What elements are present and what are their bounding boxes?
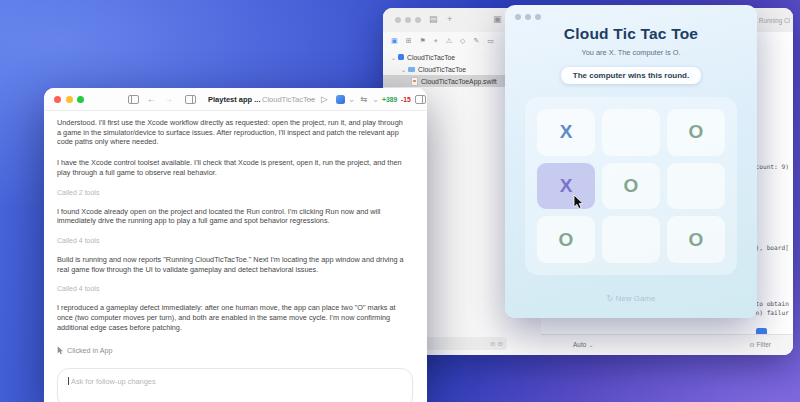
- bookmark-navigator-icon[interactable]: ⚑: [420, 37, 426, 45]
- minimize-icon[interactable]: [405, 17, 411, 23]
- tool-call-summary: Called 4 tools: [57, 285, 408, 292]
- board-cell-2-0[interactable]: O: [537, 216, 595, 263]
- project-navigator-icon[interactable]: ▣: [391, 37, 398, 45]
- mark-o: O: [689, 229, 704, 251]
- board-cell-0-2[interactable]: O: [667, 109, 725, 156]
- zoom-icon[interactable]: [415, 17, 421, 23]
- followup-input[interactable]: Ask for follow-up changes: [57, 368, 413, 402]
- mark-x: X: [560, 121, 573, 143]
- swift-file-icon: [411, 77, 418, 86]
- file-name: CloudTicTacToeApp.swift: [421, 78, 497, 85]
- game-subtitle: You are X. The computer is O.: [505, 48, 757, 57]
- project-icon: [398, 54, 404, 60]
- chevron-down-icon: ⌄: [588, 341, 593, 348]
- tab-overview-icon[interactable]: ▤: [429, 13, 438, 25]
- debug-navigator-icon[interactable]: ✎: [473, 37, 479, 45]
- chevron-down-icon[interactable]: ⌄: [372, 94, 379, 104]
- assistant-message: Understood. I'll first use the Xcode wor…: [57, 118, 408, 147]
- tictactoe-window[interactable]: Cloud Tic Tac Toe You are X. The compute…: [505, 5, 757, 318]
- forward-icon[interactable]: →: [164, 94, 173, 104]
- board-cell-1-1[interactable]: O: [602, 163, 660, 210]
- board-cell-2-1[interactable]: [602, 216, 660, 263]
- game-status-banner: The computer wins this round.: [561, 67, 701, 84]
- tool-call-summary: Called 4 tools: [57, 237, 408, 244]
- panel-toggle-icon[interactable]: [415, 95, 426, 104]
- console-filter-field[interactable]: ⊙ Filter: [749, 341, 771, 349]
- zoom-icon[interactable]: [535, 14, 541, 20]
- folder-icon: [408, 67, 415, 72]
- zoom-icon[interactable]: [77, 96, 84, 103]
- mouse-cursor: [573, 195, 585, 210]
- xcode-activity-status: Running Cl: [759, 17, 790, 24]
- assistant-message: Build is running and now reports "Runnin…: [57, 255, 408, 274]
- disclosure-chevron-icon[interactable]: ⌄: [401, 66, 406, 73]
- sidebar-toggle-icon[interactable]: [128, 95, 139, 104]
- close-icon[interactable]: [395, 17, 401, 23]
- editor-panel-icon[interactable]: ▣: [493, 13, 502, 25]
- refresh-icon: ↻: [607, 294, 614, 303]
- new-tab-icon[interactable]: +: [447, 13, 452, 25]
- assistant-message: I reproduced a gameplay defect immediate…: [57, 303, 408, 332]
- board-cell-2-2[interactable]: O: [667, 216, 725, 263]
- xcode-debug-bar: Auto ⌄ ⊙ Filter: [541, 334, 793, 355]
- source-control-icon[interactable]: ⊞: [406, 37, 412, 45]
- chat-titlebar[interactable]: ← → Playtest app ... CloudTicTacToe ⋯ ▷ …: [44, 88, 427, 111]
- app-target-icon[interactable]: [336, 95, 345, 104]
- game-title: Cloud Tic Tac Toe: [505, 25, 757, 43]
- thinking-indicator: Thinking: [57, 365, 408, 366]
- agent-chat-window[interactable]: ← → Playtest app ... CloudTicTacToe ⋯ ▷ …: [44, 88, 427, 402]
- code-fragment: count: 9): [755, 163, 789, 170]
- overflow-menu-icon[interactable]: ⋯: [306, 94, 315, 104]
- tab-playtest-app[interactable]: Playtest app ...: [208, 95, 261, 104]
- test-navigator-icon[interactable]: ◇: [460, 37, 465, 45]
- back-icon[interactable]: ←: [147, 94, 156, 104]
- run-icon[interactable]: ▷: [321, 94, 328, 104]
- board-cell-0-1[interactable]: [602, 109, 660, 156]
- diff-icon[interactable]: ⇆: [360, 94, 367, 104]
- close-icon[interactable]: [515, 14, 521, 20]
- filter-circle-icon[interactable]: ⊙: [490, 340, 495, 348]
- file-name: CloudTicTacToe: [418, 66, 466, 73]
- disclosure-chevron-icon[interactable]: ⌄: [391, 54, 396, 61]
- tool-call-summary: Called 2 tools: [57, 189, 408, 196]
- variables-view-mode[interactable]: Auto ⌄: [573, 341, 594, 349]
- chat-messages: Understood. I'll first use the Xcode wor…: [57, 110, 408, 366]
- minimize-icon[interactable]: [66, 96, 73, 103]
- mark-o: O: [559, 229, 574, 251]
- find-navigator-icon[interactable]: ⌖: [434, 37, 438, 45]
- action-event-label: Clicked in App: [67, 346, 113, 355]
- ttt-board: XOXOOO: [525, 97, 737, 275]
- board-cell-1-0[interactable]: X: [537, 163, 595, 210]
- diff-removed-count[interactable]: -15: [401, 96, 411, 103]
- issue-navigator-icon[interactable]: ⚠: [446, 37, 452, 45]
- filter-circle-icon: ⊙: [749, 341, 754, 348]
- compose-icon[interactable]: [185, 95, 196, 104]
- new-game-button[interactable]: ↻ New Game: [505, 294, 757, 303]
- filter-circle-icon[interactable]: ⊙: [498, 340, 503, 348]
- assistant-message: I found Xcode already open on the projec…: [57, 207, 408, 226]
- file-name: CloudTicTacToe: [407, 54, 455, 61]
- text-caret: [68, 377, 69, 385]
- diff-added-count[interactable]: +389: [382, 96, 397, 103]
- minimize-icon[interactable]: [525, 14, 531, 20]
- input-placeholder: Ask for follow-up changes: [68, 377, 156, 386]
- mark-o: O: [624, 175, 639, 197]
- board-cell-0-0[interactable]: X: [537, 109, 595, 156]
- close-icon[interactable]: [54, 96, 61, 103]
- chevron-down-icon[interactable]: ⌄: [348, 94, 355, 104]
- breakpoint-navigator-icon[interactable]: ▭: [487, 37, 494, 45]
- assistant-message: I have the Xcode control toolset availab…: [57, 158, 408, 177]
- pointer-icon: [57, 346, 64, 355]
- mark-x: X: [560, 175, 573, 197]
- action-event: Clicked in App: [57, 346, 408, 355]
- board-cell-1-2[interactable]: [667, 163, 725, 210]
- mark-o: O: [689, 121, 704, 143]
- desktop-screen: ▤ + ▣ Running Cl ▣⊞⚑⌖⚠◇✎▭ ⌄CloudTicTacTo…: [0, 0, 800, 402]
